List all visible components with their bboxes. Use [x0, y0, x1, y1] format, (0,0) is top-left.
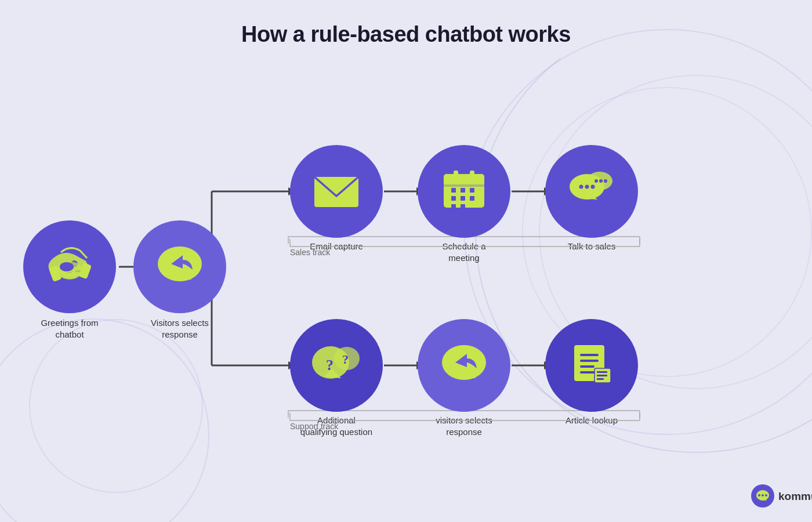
svg-rect-80: [597, 378, 604, 380]
svg-text:Greetings from: Greetings from: [41, 318, 98, 328]
svg-rect-44: [470, 188, 474, 193]
svg-point-0: [476, 58, 812, 452]
svg-point-105: [762, 494, 764, 496]
svg-text:Support track: Support track: [290, 422, 339, 431]
svg-rect-42: [451, 188, 456, 193]
svg-text:response: response: [162, 329, 198, 339]
svg-text:Sales track: Sales track: [290, 248, 331, 257]
svg-point-60: [599, 179, 603, 183]
svg-rect-49: [461, 204, 465, 209]
svg-text:Visitors selects: Visitors selects: [151, 318, 209, 328]
svg-rect-41: [444, 184, 484, 187]
svg-text:chatbot: chatbot: [55, 329, 84, 339]
svg-rect-43: [461, 188, 465, 193]
svg-rect-45: [451, 196, 456, 201]
svg-point-57: [585, 185, 589, 189]
svg-point-106: [765, 494, 767, 496]
svg-text:?: ?: [326, 357, 334, 374]
svg-rect-46: [461, 196, 465, 201]
svg-text:?: ?: [342, 352, 349, 367]
svg-text:response: response: [446, 427, 482, 437]
svg-rect-73: [580, 354, 599, 356]
svg-text:kommunicate: kommunicate: [778, 490, 812, 502]
svg-point-59: [594, 179, 598, 183]
svg-rect-76: [580, 371, 596, 374]
svg-point-104: [758, 494, 760, 496]
svg-rect-40: [444, 174, 484, 184]
svg-rect-75: [580, 365, 594, 368]
svg-point-2: [0, 319, 209, 522]
page-title: How a rule-based chatbot works: [0, 0, 812, 47]
svg-rect-50: [454, 171, 458, 179]
svg-rect-74: [580, 360, 599, 362]
svg-point-56: [579, 185, 583, 189]
svg-rect-79: [597, 375, 607, 376]
svg-text:meeting: meeting: [448, 253, 479, 263]
svg-point-58: [591, 185, 595, 189]
svg-rect-48: [451, 204, 456, 209]
svg-rect-51: [470, 171, 474, 179]
svg-point-61: [604, 179, 607, 183]
svg-rect-47: [470, 196, 474, 201]
diagram: ? ? Greetings from c: [0, 58, 812, 522]
svg-point-31: [60, 262, 74, 271]
svg-rect-78: [597, 371, 607, 373]
content-area: How a rule-based chatbot works: [0, 0, 812, 522]
